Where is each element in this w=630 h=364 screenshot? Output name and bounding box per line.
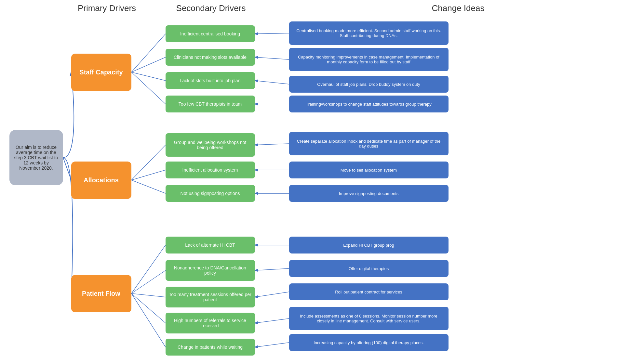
- svg-line-5: [131, 145, 166, 180]
- secondary-7: Not using signposting options: [166, 185, 255, 202]
- svg-line-15: [255, 81, 289, 84]
- secondary-11: High numbers of referrals to service rec…: [166, 313, 255, 333]
- secondary-1: Inefficient centralised booking: [166, 25, 255, 42]
- svg-line-23: [255, 318, 289, 323]
- change-7: Improve signposting documents: [289, 185, 449, 202]
- secondary-3: Lack of slots built into job plan: [166, 72, 255, 89]
- change-11: Include assessments as one of 8 sessions…: [289, 307, 449, 330]
- svg-line-12: [131, 293, 166, 347]
- svg-line-10: [131, 293, 166, 297]
- change-3: Overhaul of staff job plans. Drop buddy …: [289, 76, 449, 93]
- secondary-8: Lack of alternate HI CBT: [166, 237, 255, 254]
- svg-line-21: [255, 268, 289, 270]
- header-secondary: Secondary Drivers: [162, 3, 260, 13]
- header-primary: Primary Drivers: [71, 3, 143, 13]
- change-9: Offer digital therapies: [289, 260, 449, 277]
- secondary-12: Change in patients while waiting: [166, 339, 255, 356]
- primary-staff-label: Staff Capacity: [79, 69, 123, 76]
- change-5: Create separate allocation inbox and ded…: [289, 132, 449, 155]
- svg-line-7: [131, 180, 166, 193]
- svg-line-6: [131, 170, 166, 180]
- change-10: Roll out patient contract for services: [289, 283, 449, 300]
- secondary-9: Nonadherence to DNA/Cancellation policy: [166, 260, 255, 281]
- svg-line-24: [255, 343, 289, 347]
- change-12: Increasing capacity by offering (100) di…: [289, 334, 449, 351]
- change-4: Training/workshops to change staff attit…: [289, 96, 449, 112]
- svg-line-17: [255, 144, 289, 145]
- driver-diagram: Primary Drivers Secondary Drivers Change…: [6, 3, 624, 348]
- primary-patient-label: Patient Flow: [82, 290, 120, 297]
- goal-text: Our aim is to reduce average time on the…: [13, 145, 59, 171]
- svg-line-9: [131, 270, 166, 293]
- change-2: Capacity monitoring improvements in case…: [289, 48, 449, 71]
- svg-line-8: [131, 245, 166, 293]
- primary-alloc-label: Allocations: [84, 176, 119, 184]
- svg-line-14: [255, 57, 289, 59]
- change-1: Centralised booking made more efficient.…: [289, 21, 449, 45]
- change-6: Move to self allocation system: [289, 162, 449, 178]
- svg-line-22: [255, 292, 289, 297]
- svg-line-2: [131, 57, 166, 72]
- svg-line-3: [131, 72, 166, 81]
- primary-staff: Staff Capacity: [71, 54, 131, 91]
- change-8: Expand HI CBT group prog: [289, 237, 449, 254]
- secondary-5: Group and wellbeing workshops not being …: [166, 133, 255, 157]
- primary-patient: Patient Flow: [71, 275, 131, 312]
- secondary-10: Too many treatment sessions offered per …: [166, 287, 255, 307]
- secondary-2: Clinicians not making slots available: [166, 49, 255, 66]
- header-change: Change Ideas: [292, 3, 624, 13]
- svg-line-13: [255, 33, 289, 34]
- secondary-6: Inefficient allocation system: [166, 162, 255, 178]
- svg-line-1: [131, 34, 166, 72]
- svg-line-4: [131, 72, 166, 104]
- svg-line-0: [63, 158, 71, 180]
- svg-line-11: [131, 293, 166, 323]
- goal-box: Our aim is to reduce average time on the…: [9, 130, 63, 185]
- primary-alloc: Allocations: [71, 162, 131, 199]
- secondary-4: Too few CBT therapists in team: [166, 96, 255, 112]
